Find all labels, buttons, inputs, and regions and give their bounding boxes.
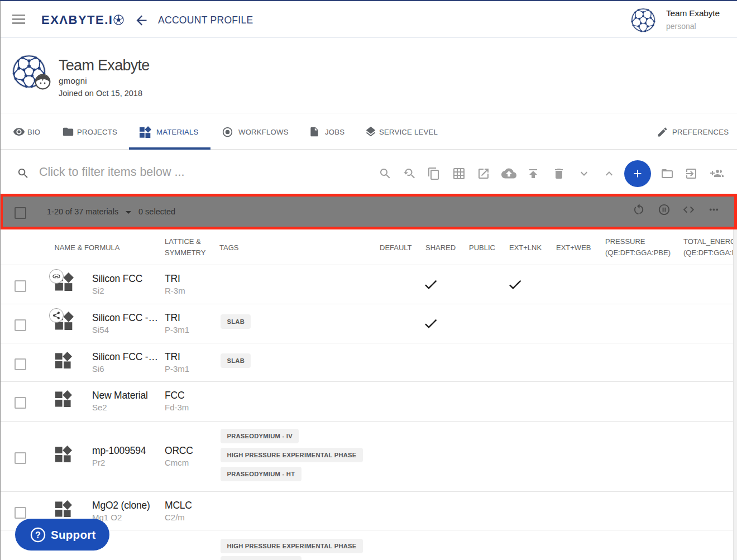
svg-text:?: ? <box>35 530 41 539</box>
